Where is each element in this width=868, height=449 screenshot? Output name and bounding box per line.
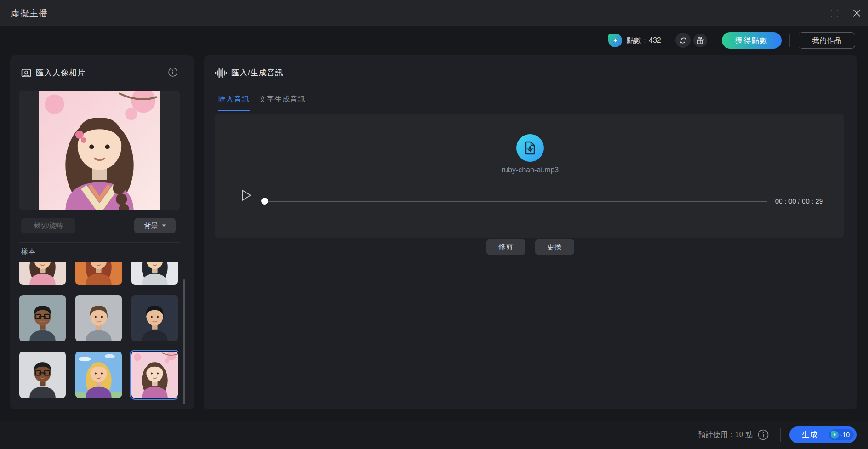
header-divider	[789, 34, 790, 47]
sample-thumb-man-glasses-light[interactable]	[19, 352, 66, 398]
title-bar: 虛擬主播	[0, 0, 868, 26]
crop-rotate-button[interactable]: 裁切/旋轉	[21, 218, 75, 233]
generate-label: 生成	[802, 430, 818, 440]
trim-button[interactable]: 修剪	[486, 239, 525, 255]
play-icon	[241, 189, 252, 202]
waveform-icon	[215, 68, 227, 78]
points-badge-small-icon: ✦	[831, 431, 839, 439]
sample-grid	[19, 262, 178, 400]
chevron-down-icon	[162, 224, 166, 227]
audio-panel: 匯入/生成音訊 匯入音訊 文字生成音訊 ruby-chan-ai.mp3	[204, 55, 857, 409]
portrait-panel-title: 匯入人像相片	[36, 68, 86, 78]
app-window: 虛擬主播 ✦ 點數：432	[0, 0, 868, 449]
my-works-button[interactable]: 我的作品	[799, 32, 855, 49]
points-badge-icon: ✦	[608, 34, 622, 47]
sample-thumb-woman-black-hair[interactable]	[131, 262, 178, 285]
close-button[interactable]	[851, 7, 862, 19]
get-points-button[interactable]: 獲得點數	[722, 32, 782, 49]
portrait-panel: 匯入人像相片 裁切/旋轉 背景 樣本	[10, 55, 194, 409]
tab-text-to-audio[interactable]: 文字生成音訊	[259, 92, 306, 111]
close-icon	[853, 9, 861, 17]
audio-file-circle	[516, 134, 544, 162]
gift-button[interactable]	[693, 34, 707, 47]
sample-thumb-woman-blonde-cartoon[interactable]	[75, 352, 122, 398]
window-controls	[828, 0, 862, 26]
gift-icon	[697, 37, 704, 45]
portrait-preview-card	[19, 91, 180, 210]
audio-progress-knob[interactable]	[261, 198, 268, 205]
audio-file-card: ruby-chan-ai.mp3 00 : 00 / 00 : 29	[215, 114, 844, 238]
maximize-button[interactable]	[828, 7, 840, 19]
generate-cost-label: -10	[840, 431, 850, 438]
portrait-panel-header: 匯入人像相片	[21, 68, 86, 78]
sample-thumb-man-glasses-gray[interactable]	[19, 295, 66, 341]
time-display: 00 : 00 / 00 : 29	[754, 197, 823, 205]
tab-import-audio[interactable]: 匯入音訊	[218, 92, 250, 111]
footer-divider	[780, 428, 781, 442]
window-title: 虛擬主播	[11, 7, 48, 19]
background-label: 背景	[144, 222, 158, 230]
left-panel-divider	[19, 242, 180, 243]
samples-scrollbar[interactable]	[183, 279, 185, 404]
refresh-icon	[679, 36, 687, 45]
portrait-image	[39, 91, 160, 210]
generate-cost-pill: ✦ -10	[829, 429, 854, 440]
audio-panel-header: 匯入/生成音訊	[215, 68, 284, 78]
points-count: 點數：432	[627, 26, 661, 55]
estimate-usage-label: 預計使用：10 點	[661, 421, 753, 449]
audio-file-name: ruby-chan-ai.mp3	[461, 166, 599, 174]
audio-progress-track[interactable]	[264, 201, 767, 202]
background-dropdown-button[interactable]: 背景	[134, 218, 176, 233]
replace-button[interactable]: 更換	[535, 239, 574, 255]
refresh-points-button[interactable]	[675, 33, 691, 48]
sample-thumb-woman-red-hair[interactable]	[75, 262, 122, 285]
sample-thumb-woman-anime-kimono[interactable]	[131, 352, 178, 398]
footer-bar: 預計使用：10 點 生成 ✦ -10	[0, 421, 868, 449]
document-microphone-icon	[524, 141, 536, 155]
portrait-info-icon[interactable]	[168, 67, 178, 77]
sample-thumb-woman-pink-blazer[interactable]	[19, 262, 66, 285]
audio-tabs: 匯入音訊 文字生成音訊	[218, 92, 306, 111]
maximize-icon	[831, 10, 838, 17]
portrait-frame-icon	[21, 68, 31, 78]
sample-thumb-man-short-hair[interactable]	[75, 295, 122, 341]
estimate-info-icon[interactable]	[757, 429, 769, 441]
audio-panel-title: 匯入/生成音訊	[231, 68, 284, 78]
samples-label: 樣本	[21, 247, 36, 256]
sample-thumb-man-suit-dark[interactable]	[131, 295, 178, 341]
generate-button[interactable]: 生成 ✦ -10	[789, 426, 857, 443]
play-button[interactable]	[240, 188, 253, 202]
